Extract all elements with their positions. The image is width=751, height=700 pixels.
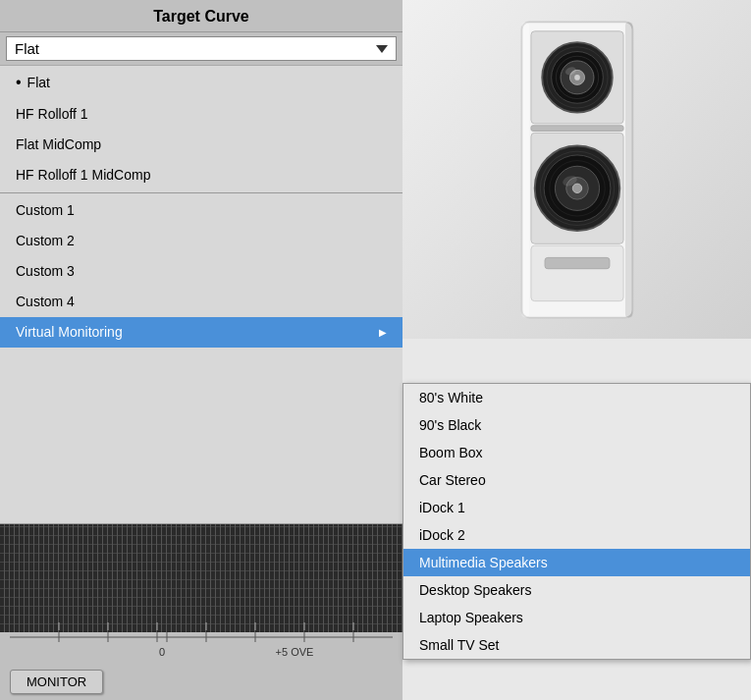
menu-item-flat-midcomp[interactable]: Flat MidComp xyxy=(0,130,402,160)
submenu-item-80s-white-label: 80's White xyxy=(419,390,483,405)
submenu-item-small-tv-set[interactable]: Small TV Set xyxy=(403,631,750,659)
monitor-button-label: MONITOR xyxy=(27,674,86,689)
menu-item-flat-midcomp-label: Flat MidComp xyxy=(16,136,101,152)
menu-separator-1 xyxy=(0,192,402,193)
dropdown-bar[interactable]: Flat xyxy=(0,32,402,66)
submenu-item-boom-box-label: Boom Box xyxy=(419,445,483,460)
menu-item-custom-2[interactable]: Custom 2 xyxy=(0,226,402,256)
svg-rect-40 xyxy=(521,22,529,317)
menu-item-hf-rolloff-1[interactable]: HF Rolloff 1 xyxy=(0,99,402,130)
left-panel: Target Curve Flat Flat HF Rolloff 1 Flat… xyxy=(0,0,402,700)
menu-item-custom-2-label: Custom 2 xyxy=(16,233,75,248)
submenu-item-laptop-speakers[interactable]: Laptop Speakers xyxy=(403,604,750,631)
menu-item-hf-rolloff-midcomp[interactable]: HF Rolloff 1 MidComp xyxy=(0,160,402,190)
header-title: Target Curve xyxy=(153,8,249,25)
svg-text:0: 0 xyxy=(159,646,165,658)
monitor-button-area: MONITOR xyxy=(0,662,402,700)
menu-item-custom-3[interactable]: Custom 3 xyxy=(0,256,402,287)
menu-item-hf-rolloff-midcomp-label: HF Rolloff 1 MidComp xyxy=(16,167,150,183)
submenu-item-small-tv-set-label: Small TV Set xyxy=(419,637,499,653)
submenu-panel: 80's White 90's Black Boom Box Car Stere… xyxy=(402,383,751,660)
waveform-ticks-svg xyxy=(0,524,402,632)
svg-text:+5 OVE: +5 OVE xyxy=(276,646,314,658)
menu-item-custom-4[interactable]: Custom 4 xyxy=(0,287,402,317)
menu-item-custom-1[interactable]: Custom 1 xyxy=(0,195,402,226)
menu-item-custom-4-label: Custom 4 xyxy=(16,294,75,309)
dropdown-arrow-icon xyxy=(376,45,388,53)
submenu-item-multimedia-speakers[interactable]: Multimedia Speakers xyxy=(403,549,750,576)
svg-point-34 xyxy=(572,184,581,192)
menu-list: Flat HF Rolloff 1 Flat MidComp HF Rollof… xyxy=(0,66,402,523)
submenu-item-desktop-speakers[interactable]: Desktop Speakers xyxy=(403,576,750,604)
submenu-item-car-stereo-label: Car Stereo xyxy=(419,472,486,488)
submenu-item-desktop-speakers-label: Desktop Speakers xyxy=(419,582,531,598)
submenu-item-car-stereo[interactable]: Car Stereo xyxy=(403,466,750,494)
submenu-item-idock-1[interactable]: iDock 1 xyxy=(403,494,750,521)
menu-item-hf-rolloff-1-label: HF Rolloff 1 xyxy=(16,106,88,122)
monitor-button[interactable]: MONITOR xyxy=(10,670,103,694)
menu-item-custom-1-label: Custom 1 xyxy=(16,202,75,218)
submenu-item-idock-1-label: iDock 1 xyxy=(419,500,465,515)
menu-item-flat[interactable]: Flat xyxy=(0,66,402,99)
waveform-area xyxy=(0,524,402,632)
submenu-item-idock-2[interactable]: iDock 2 xyxy=(403,521,750,549)
submenu-item-idock-2-label: iDock 2 xyxy=(419,527,465,543)
submenu-item-multimedia-speakers-label: Multimedia Speakers xyxy=(419,555,548,570)
target-curve-header: Target Curve xyxy=(0,0,402,32)
ruler-svg: 0 +5 OVE xyxy=(10,632,393,662)
svg-rect-41 xyxy=(624,22,632,317)
speaker-image-area xyxy=(402,0,751,339)
svg-rect-38 xyxy=(530,245,622,300)
ruler-bar: 0 +5 OVE xyxy=(0,632,402,662)
menu-item-flat-label: Flat xyxy=(27,73,50,93)
svg-rect-39 xyxy=(545,257,610,268)
bottom-area: 0 +5 OVE MONITOR xyxy=(0,523,402,700)
menu-item-virtual-monitoring-label: Virtual Monitoring xyxy=(16,322,123,343)
submenu-item-90s-black[interactable]: 90's Black xyxy=(403,411,750,439)
submenu-item-boom-box[interactable]: Boom Box xyxy=(403,439,750,466)
menu-item-virtual-monitoring[interactable]: Virtual Monitoring xyxy=(0,317,402,348)
submenu-item-80s-white[interactable]: 80's White xyxy=(403,384,750,411)
submenu-item-90s-black-label: 90's Black xyxy=(419,417,481,433)
speaker-illustration xyxy=(499,13,656,327)
menu-item-custom-3-label: Custom 3 xyxy=(16,263,75,279)
svg-rect-28 xyxy=(530,125,622,131)
dropdown-selected-label: Flat xyxy=(15,40,39,57)
svg-point-24 xyxy=(574,75,580,81)
dropdown-display[interactable]: Flat xyxy=(6,36,397,61)
submenu-item-laptop-speakers-label: Laptop Speakers xyxy=(419,610,523,625)
